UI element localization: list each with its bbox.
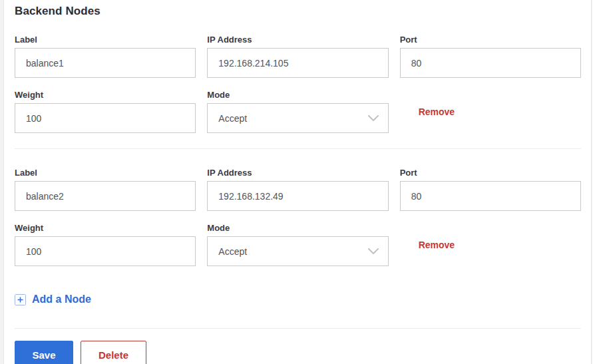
field-label-1: Label: [15, 35, 196, 78]
label-input[interactable]: [15, 48, 196, 78]
chevron-down-icon: [368, 115, 379, 122]
mode-field-label: Mode: [207, 90, 388, 100]
weight-field-label: Weight: [15, 90, 196, 100]
node-section-2: Label IP Address Port Weight Mode Accept: [15, 168, 581, 266]
mode-select-value: Accept: [218, 246, 247, 257]
node-section-1: Label IP Address Port Weight Mode Accept: [15, 35, 581, 133]
footer-divider: [15, 328, 581, 329]
ip-field-label: IP Address: [207, 35, 388, 45]
label-input[interactable]: [15, 181, 196, 211]
field-port-1: Port: [400, 35, 581, 78]
remove-cell-2: Remove: [400, 223, 581, 266]
ip-address-input[interactable]: [207, 181, 388, 211]
add-node-button[interactable]: Add a Node: [15, 293, 91, 305]
mode-select[interactable]: Accept: [207, 236, 388, 266]
mode-field-label: Mode: [207, 223, 388, 233]
section-divider: [15, 148, 581, 149]
port-field-label: Port: [400, 168, 581, 178]
panel-left-edge: [0, 0, 4, 364]
mode-select[interactable]: Accept: [207, 103, 388, 133]
weight-input[interactable]: [15, 236, 196, 266]
label-field-label: Label: [15, 168, 196, 178]
delete-button[interactable]: Delete: [81, 341, 146, 364]
port-field-label: Port: [400, 35, 581, 45]
field-mode-1: Mode Accept: [207, 90, 388, 133]
save-button[interactable]: Save: [15, 341, 73, 364]
weight-field-label: Weight: [15, 223, 196, 233]
field-label-2: Label: [15, 168, 196, 211]
chevron-down-icon: [368, 248, 379, 255]
remove-node-link[interactable]: Remove: [400, 106, 455, 117]
field-weight-2: Weight: [15, 223, 196, 266]
field-port-2: Port: [400, 168, 581, 211]
add-node-label: Add a Node: [32, 293, 91, 305]
field-ip-1: IP Address: [207, 35, 388, 78]
port-input[interactable]: [400, 48, 581, 78]
label-field-label: Label: [15, 35, 196, 45]
backend-nodes-form: Backend Nodes Label IP Address Port Weig…: [15, 0, 581, 364]
remove-cell-1: Remove: [400, 90, 581, 133]
plus-boxed-icon: [15, 294, 26, 305]
ip-field-label: IP Address: [207, 168, 388, 178]
field-weight-1: Weight: [15, 90, 196, 133]
field-mode-2: Mode Accept: [207, 223, 388, 266]
weight-input[interactable]: [15, 103, 196, 133]
port-input[interactable]: [400, 181, 581, 211]
field-ip-2: IP Address: [207, 168, 388, 211]
page-title: Backend Nodes: [15, 5, 581, 18]
mode-select-value: Accept: [218, 113, 247, 124]
ip-address-input[interactable]: [207, 48, 388, 78]
form-actions: Save Delete: [15, 341, 581, 364]
remove-node-link[interactable]: Remove: [400, 240, 455, 250]
